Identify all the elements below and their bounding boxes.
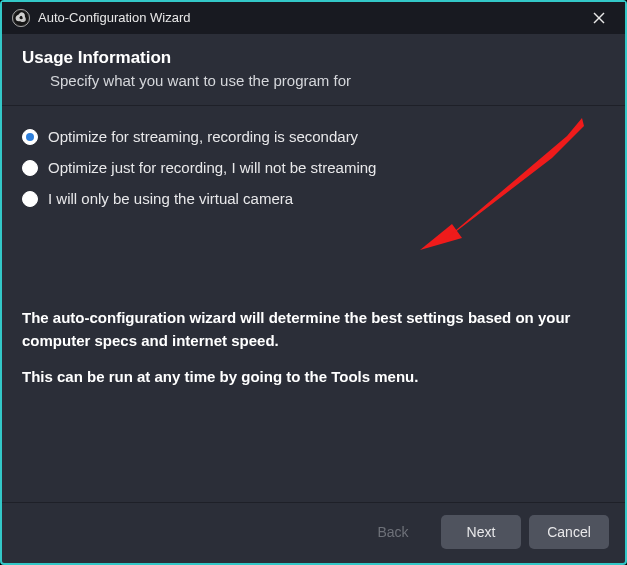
info-line-2: This can be run at any time by going to … [22, 366, 605, 389]
back-button[interactable]: Back [353, 515, 433, 549]
wizard-header: Usage Information Specify what you want … [2, 34, 625, 106]
radio-icon [22, 191, 38, 207]
info-line-1: The auto-configuration wizard will deter… [22, 307, 605, 352]
info-text: The auto-configuration wizard will deter… [22, 307, 605, 389]
radio-icon [22, 129, 38, 145]
obs-icon [12, 9, 30, 27]
radio-icon [22, 160, 38, 176]
wizard-window: Auto-Configuration Wizard Usage Informat… [0, 0, 627, 565]
radio-label: I will only be using the virtual camera [48, 190, 293, 207]
cancel-button[interactable]: Cancel [529, 515, 609, 549]
page-subheading: Specify what you want to use the program… [22, 72, 605, 89]
svg-marker-4 [420, 224, 462, 250]
usage-radio-group: Optimize for streaming, recording is sec… [22, 128, 605, 207]
radio-optimize-streaming[interactable]: Optimize for streaming, recording is sec… [22, 128, 605, 145]
radio-label: Optimize just for recording, I will not … [48, 159, 376, 176]
wizard-footer: Back Next Cancel [2, 502, 625, 563]
wizard-body: Optimize for streaming, recording is sec… [2, 106, 625, 502]
page-heading: Usage Information [22, 48, 605, 68]
radio-label: Optimize for streaming, recording is sec… [48, 128, 358, 145]
close-button[interactable] [579, 4, 619, 32]
radio-virtual-camera[interactable]: I will only be using the virtual camera [22, 190, 605, 207]
close-icon [593, 12, 605, 24]
next-button[interactable]: Next [441, 515, 521, 549]
window-title: Auto-Configuration Wizard [38, 10, 579, 25]
radio-optimize-recording[interactable]: Optimize just for recording, I will not … [22, 159, 605, 176]
titlebar: Auto-Configuration Wizard [2, 2, 625, 34]
